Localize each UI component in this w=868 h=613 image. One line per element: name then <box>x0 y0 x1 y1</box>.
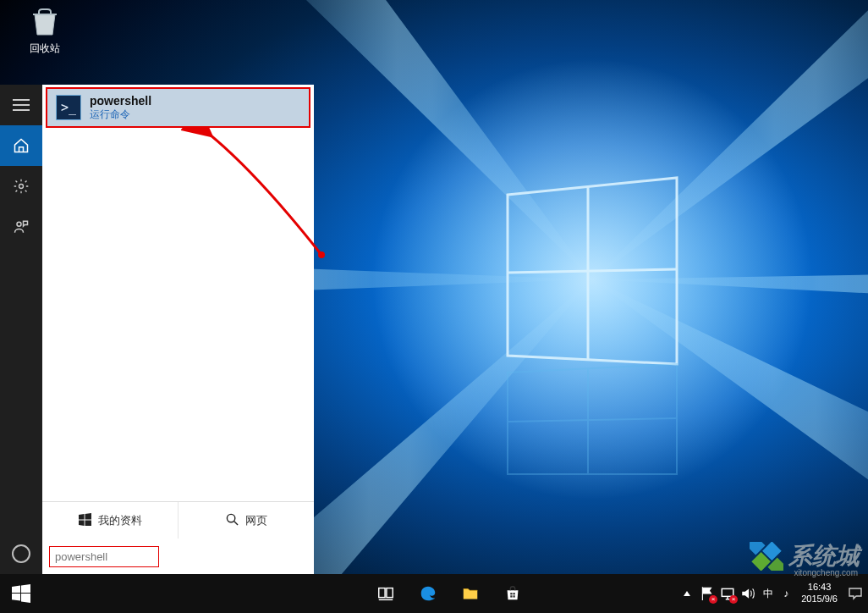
annotation-arrow <box>110 128 338 272</box>
result-subtitle: 运行命令 <box>90 108 151 122</box>
taskbar-store-button[interactable] <box>492 574 534 613</box>
tab-my-stuff-label: 我的资料 <box>98 513 142 528</box>
powershell-icon <box>56 95 81 120</box>
ime-mode-button[interactable]: ♪ <box>781 586 791 601</box>
svg-rect-13 <box>751 552 771 571</box>
clock-button[interactable]: 16:43 2015/9/6 <box>796 582 843 605</box>
chevron-up-icon <box>684 591 690 596</box>
windows-logo-icon <box>12 584 30 603</box>
taskbar-left <box>0 574 42 613</box>
svg-point-2 <box>17 222 21 226</box>
search-rail <box>0 85 42 574</box>
svg-rect-9 <box>510 595 512 597</box>
svg-rect-12 <box>762 542 782 561</box>
ime-language-button[interactable]: 中 <box>761 586 776 601</box>
system-tray: 中 ♪ 16:43 2015/9/6 <box>679 574 868 613</box>
svg-rect-5 <box>379 588 385 598</box>
search-icon <box>226 513 239 528</box>
start-button[interactable] <box>0 574 42 613</box>
search-result-powershell[interactable]: powershell 运行命令 <box>46 87 310 128</box>
search-panel: powershell 运行命令 <box>0 85 314 574</box>
svg-rect-8 <box>513 593 514 594</box>
home-icon <box>13 137 30 154</box>
taskbar: 中 ♪ 16:43 2015/9/6 <box>0 574 868 613</box>
search-input[interactable] <box>49 546 159 567</box>
search-input-row <box>42 538 314 574</box>
hamburger-icon <box>13 99 30 111</box>
rail-home-button[interactable] <box>0 125 42 166</box>
svg-rect-11 <box>722 588 733 596</box>
notification-icon <box>848 586 863 601</box>
results-body <box>42 128 314 501</box>
edge-icon <box>419 584 437 603</box>
volume-icon <box>740 586 755 601</box>
gear-icon <box>13 178 30 195</box>
person-feedback-icon <box>13 218 30 235</box>
svg-point-0 <box>372 59 812 500</box>
cortana-icon <box>12 544 30 563</box>
network-icon <box>720 586 735 601</box>
search-scope-tabs: 我的资料 网页 <box>42 501 314 538</box>
watermark-site: xitongcheng.com <box>794 568 858 577</box>
svg-point-1 <box>19 185 24 189</box>
result-title: powershell <box>90 94 151 108</box>
search-results-area: powershell 运行命令 <box>42 85 314 574</box>
action-center-button[interactable] <box>848 586 863 601</box>
svg-rect-10 <box>513 595 514 597</box>
hamburger-menu-button[interactable] <box>0 85 42 125</box>
task-view-icon <box>376 584 395 603</box>
taskbar-pinned-apps <box>365 574 534 613</box>
windows-logo-icon <box>79 513 91 528</box>
svg-rect-15 <box>767 557 783 571</box>
folder-icon <box>461 584 480 603</box>
desktop: 回收站 <box>0 0 868 613</box>
taskbar-taskview-button[interactable] <box>365 574 407 613</box>
search-result-text: powershell 运行命令 <box>90 94 151 122</box>
svg-point-4 <box>227 514 234 522</box>
svg-point-3 <box>318 251 325 258</box>
clock-time: 16:43 <box>801 582 838 594</box>
tray-security-button[interactable] <box>700 586 715 601</box>
svg-rect-14 <box>750 542 766 555</box>
svg-rect-7 <box>510 593 512 594</box>
taskbar-edge-button[interactable] <box>407 574 449 613</box>
tray-volume-button[interactable] <box>740 586 755 601</box>
tab-my-stuff[interactable]: 我的资料 <box>42 502 178 538</box>
desktop-icon-recycle-bin[interactable]: 回收站 <box>21 4 68 56</box>
rail-feedback-button[interactable] <box>0 207 42 247</box>
tab-web-label: 网页 <box>245 513 267 528</box>
recycle-bin-icon <box>28 4 62 38</box>
clock-date: 2015/9/6 <box>801 594 838 605</box>
flag-icon <box>700 586 715 601</box>
cortana-button[interactable] <box>0 533 42 574</box>
watermark-logo-icon <box>750 542 783 571</box>
tray-network-button[interactable] <box>720 586 735 601</box>
tab-web[interactable]: 网页 <box>178 502 314 538</box>
taskbar-explorer-button[interactable] <box>449 574 492 613</box>
desktop-icon-label: 回收站 <box>30 41 60 56</box>
svg-rect-6 <box>387 588 393 598</box>
store-icon <box>503 584 522 603</box>
rail-settings-button[interactable] <box>0 166 42 207</box>
tray-overflow-button[interactable] <box>679 586 695 601</box>
